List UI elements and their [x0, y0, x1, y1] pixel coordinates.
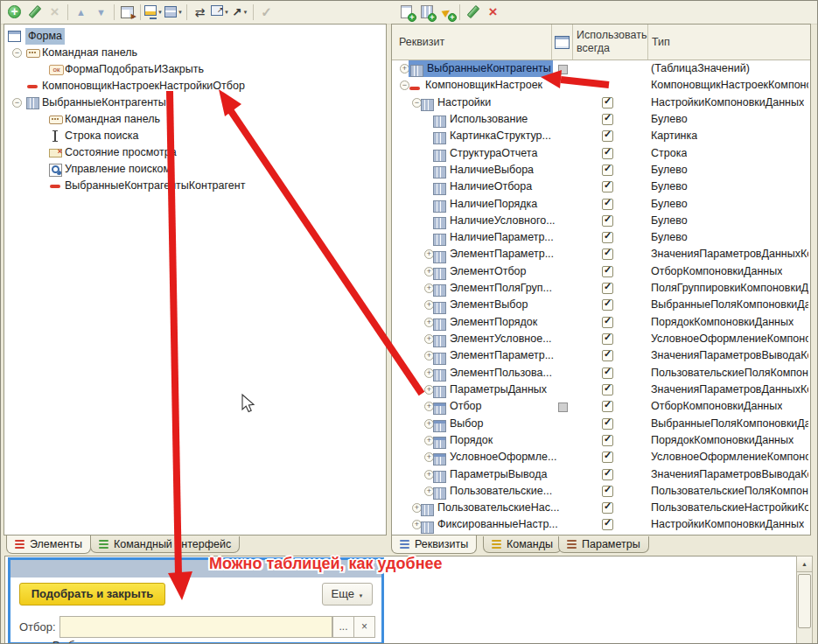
scale-arrow-icon[interactable]: ▼ — [231, 3, 249, 21]
use-always-checkbox[interactable] — [602, 418, 613, 430]
edit-attribute-icon[interactable] — [464, 3, 482, 21]
tree-item[interactable]: −Командная панель — [4, 45, 386, 61]
table-row[interactable]: +ОтборОтборКомпоновкиДанных — [392, 398, 810, 415]
use-always-checkbox[interactable] — [602, 181, 613, 192]
table-row[interactable]: СтруктураОтчетаСтрока — [392, 145, 810, 162]
table-row[interactable]: +УсловноеОформле...УсловноеОформлениеКом… — [392, 449, 810, 466]
use-always-checkbox[interactable] — [602, 401, 613, 412]
table-row[interactable]: +ЭлементПараметр...ЗначенияПараметровВыв… — [392, 347, 810, 364]
tab-команды[interactable]: Команды — [483, 536, 562, 553]
more-button[interactable]: Еще ▼ — [322, 583, 373, 606]
tree-item[interactable]: −ВыбранныеКонтрагенты — [4, 94, 386, 111]
table-row[interactable]: НаличиеПараметр...Булево — [392, 229, 810, 246]
use-always-checkbox[interactable] — [602, 469, 613, 480]
use-always-checkbox[interactable] — [602, 248, 613, 260]
use-always-checkbox[interactable] — [602, 232, 613, 243]
filter-clear-button[interactable]: × — [353, 616, 375, 638]
collapse-icon[interactable]: − — [12, 48, 22, 58]
table-row[interactable]: +ПараметрыДанныхЗначенияПараметровДанных… — [392, 382, 810, 398]
tree-item[interactable]: Состояние просмотра — [4, 144, 386, 161]
use-always-checkbox[interactable] — [602, 384, 613, 396]
move-up-icon[interactable] — [72, 3, 90, 21]
use-always-checkbox[interactable] — [602, 317, 613, 328]
column-divider[interactable] — [572, 24, 573, 60]
add-linked-attribute-icon[interactable] — [437, 3, 456, 21]
layout-panels-icon[interactable]: ▼ — [164, 3, 183, 21]
use-always-checkbox[interactable] — [602, 299, 613, 311]
table-row[interactable]: +ВыборВыбранныеПоляКомпоновкиДанн... — [392, 416, 810, 432]
column-header-use-always[interactable]: Использовать всегда — [577, 29, 648, 55]
use-always-checkbox[interactable] — [602, 114, 613, 125]
table-row[interactable]: КартинкаСтруктур...Картинка — [392, 128, 810, 144]
use-always-checkbox[interactable] — [602, 283, 613, 294]
use-always-checkbox[interactable] — [602, 333, 613, 345]
table-row[interactable]: НаличиеВыбораБулево — [392, 162, 810, 178]
table-row[interactable]: +ЭлементУсловное...УсловноеОформлениеКом… — [392, 331, 810, 347]
preview-monitor-icon[interactable]: ▼ — [144, 3, 163, 21]
use-always-checkbox[interactable] — [602, 199, 613, 210]
column-divider[interactable] — [551, 24, 552, 60]
add-attribute-icon[interactable] — [397, 3, 416, 21]
delete-attribute-icon[interactable] — [484, 3, 502, 21]
column-header-attribute[interactable]: Реквизит — [399, 36, 444, 48]
table-row[interactable]: НаличиеУсловного...Булево — [392, 213, 810, 229]
table-row[interactable]: +ЭлементПользова...ПользовательскиеПоляК… — [392, 365, 810, 382]
table-row[interactable]: +ЭлементВыборВыбранныеПоляКомпоновкиДанн… — [392, 297, 810, 313]
table-row[interactable]: +ПользовательскиеНас...ПользовательскиеН… — [392, 500, 810, 516]
tree-item[interactable]: Командная панель — [4, 111, 386, 128]
use-always-checkbox[interactable] — [602, 502, 613, 514]
add-icon[interactable] — [5, 3, 24, 21]
tree-item[interactable]: Форма — [4, 28, 386, 45]
edit-icon[interactable] — [25, 3, 44, 21]
table-row[interactable]: НаличиеПорядкаБулево — [392, 196, 810, 213]
tree-item[interactable]: Управление поиском — [4, 161, 386, 178]
table-row[interactable]: ИспользованиеБулево — [392, 111, 810, 128]
table-row[interactable]: −КомпоновщикНастроекКомпоновщикНастроекК… — [392, 77, 810, 94]
collapse-icon[interactable]: − — [12, 98, 22, 108]
scroll-up-icon[interactable]: ▲ — [797, 556, 812, 572]
pick-and-close-button[interactable]: Подобрать и закрыть — [19, 583, 165, 606]
add-table-attribute-icon[interactable] — [417, 3, 436, 21]
tree-item[interactable]: ВыбранныеКонтрагентыКонтрагент — [4, 178, 386, 194]
use-always-checkbox[interactable] — [602, 148, 613, 159]
tree-item[interactable]: КомпоновщикНастроекНастройкиОтбор — [4, 78, 386, 94]
table-row[interactable]: +ЭлементПараметр...ЗначенияПараметровДан… — [392, 246, 810, 262]
filter-input[interactable] — [59, 616, 332, 638]
move-down-icon[interactable] — [92, 3, 110, 21]
table-row[interactable]: +ПараметрыВыводаЗначенияПараметровВывода… — [392, 466, 810, 483]
column-header-type[interactable]: Тип — [652, 36, 670, 48]
table-row[interactable]: +ЭлементОтборОтборКомпоновкиДанных — [392, 263, 810, 280]
tab-параметры[interactable]: Параметры — [558, 536, 649, 553]
use-always-checkbox[interactable] — [602, 486, 613, 497]
use-always-checkbox[interactable] — [602, 435, 613, 446]
use-always-checkbox[interactable] — [602, 368, 613, 379]
use-always-checkbox[interactable] — [602, 164, 613, 176]
delete-icon[interactable] — [45, 3, 64, 21]
use-always-checkbox[interactable] — [602, 97, 613, 108]
table-row[interactable]: +ФиксированныеНастр...НастройкиКомпоновк… — [392, 516, 810, 533]
table-row[interactable]: НаличиеОтбораБулево — [392, 178, 810, 195]
use-always-checkbox[interactable] — [602, 130, 613, 142]
filter-choose-button[interactable]: ... — [332, 616, 354, 638]
vertical-scrollbar[interactable]: ▲ — [796, 556, 813, 644]
table-row[interactable]: +ПорядокПорядокКомпоновкиДанных — [392, 432, 810, 449]
tab-элементы[interactable]: Элементы — [6, 536, 91, 554]
tree-item[interactable]: ФормаПодобратьИЗакрыть — [4, 61, 386, 78]
window-resize-icon[interactable]: ▼ — [211, 3, 229, 21]
table-row[interactable]: +ЭлементПорядокПорядокКомпоновкиДанных — [392, 314, 810, 331]
table-row[interactable]: +ВыбранныеКонтрагенты(ТаблицаЗначений) — [392, 60, 810, 77]
tab-реквизиты[interactable]: Реквизиты — [391, 536, 477, 554]
use-always-checkbox[interactable] — [602, 215, 613, 227]
tab-командный-интерфейс[interactable]: Командный интерфейс — [90, 536, 240, 553]
use-always-checkbox[interactable] — [602, 452, 613, 463]
use-always-checkbox[interactable] — [602, 350, 613, 361]
check-form-icon[interactable] — [118, 3, 136, 21]
use-always-checkbox[interactable] — [602, 266, 613, 277]
table-row[interactable]: +ЭлементПоляГруп...ПоляГруппировкиКомпон… — [392, 280, 810, 297]
column-divider[interactable] — [647, 24, 648, 60]
confirm-icon[interactable] — [257, 3, 276, 21]
table-row[interactable]: +Пользовательские...ПользовательскиеПоля… — [392, 483, 810, 500]
table-row[interactable]: −НастройкиНастройкиКомпоновкиДанных — [392, 94, 810, 111]
tree-item[interactable]: Строка поиска — [4, 128, 386, 144]
scrollbar-thumb[interactable] — [798, 574, 811, 628]
